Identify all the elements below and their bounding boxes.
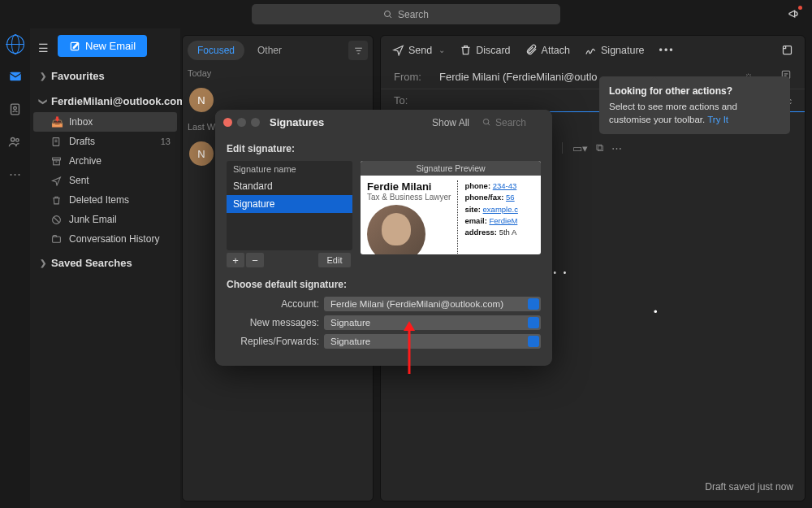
account-header[interactable]: ❯FerdieMilani@outlook.com [30, 87, 180, 112]
sig-item-standard[interactable]: Standard [227, 177, 352, 195]
edit-sig-button[interactable]: Edit [318, 253, 351, 267]
announcements-icon[interactable] [788, 7, 801, 20]
link-icon[interactable]: ⧉ [596, 141, 603, 154]
global-search[interactable]: Search [252, 4, 560, 24]
dialog-search[interactable] [482, 117, 544, 128]
folder-inbox[interactable]: 📥Inbox [33, 112, 177, 132]
new-email-label: New Email [85, 40, 136, 52]
remove-sig-button[interactable]: − [246, 253, 264, 267]
more-actions-button[interactable]: ••• [659, 45, 675, 56]
svg-rect-20 [784, 46, 792, 54]
compose-toolbar: Send⌄ Discard Attach Signature ••• [381, 36, 805, 64]
folder-sent[interactable]: Sent [30, 171, 180, 190]
svg-rect-12 [54, 159, 60, 164]
addressbook-icon[interactable] [6, 100, 24, 118]
account-select[interactable]: Ferdie Milani (FerdieMilani@outlook.com) [324, 297, 541, 311]
sig-item-signature[interactable]: Signature [227, 195, 352, 213]
svg-line-23 [488, 124, 490, 125]
folder-conversation-history[interactable]: Conversation History [30, 229, 180, 249]
svg-point-22 [483, 119, 488, 124]
mail-icon[interactable] [6, 67, 24, 85]
svg-rect-16 [53, 237, 61, 242]
left-rail: ⋯ [0, 28, 30, 508]
show-all-button[interactable]: Show All [432, 117, 469, 128]
choose-default-label: Choose default signature: [227, 279, 541, 290]
new-email-button[interactable]: New Email [58, 35, 147, 57]
min-traffic-light[interactable] [237, 118, 246, 127]
global-topbar: Search [0, 0, 812, 28]
dialog-title: Signatures [270, 116, 324, 128]
image-icon[interactable]: ▭▾ [572, 142, 588, 154]
add-sig-button[interactable]: + [227, 253, 244, 267]
folder-deleted[interactable]: Deleted Items [30, 190, 180, 210]
tab-other[interactable]: Other [248, 41, 292, 60]
folder-junk[interactable]: Junk Email [30, 210, 180, 229]
tab-focused[interactable]: Focused [188, 41, 244, 60]
people-icon[interactable] [6, 132, 24, 150]
search-placeholder: Search [398, 9, 429, 20]
globe-icon[interactable] [6, 35, 24, 53]
popout-icon[interactable] [781, 44, 793, 56]
draft-status: Draft saved just now [705, 481, 793, 493]
tryit-link[interactable]: Try It [707, 115, 728, 124]
more-fmt-icon[interactable]: ⋯ [611, 142, 622, 154]
group-today: Today [188, 68, 368, 78]
signature-button[interactable]: Signature [585, 44, 645, 56]
svg-line-15 [54, 217, 59, 223]
hamburger-icon[interactable]: ☰ [38, 41, 51, 54]
signatures-dialog: Signatures Show All Edit signature: Sign… [215, 110, 552, 366]
svg-point-4 [14, 106, 17, 110]
replies-forwards-select[interactable]: Signature [324, 334, 541, 349]
more-icon[interactable]: ⋯ [6, 165, 24, 183]
attach-button[interactable]: Attach [525, 44, 570, 56]
folder-archive[interactable]: Archive [30, 151, 180, 171]
svg-rect-2 [10, 72, 21, 81]
discard-button[interactable]: Discard [460, 44, 510, 56]
max-traffic-light[interactable] [251, 118, 260, 127]
folder-drafts[interactable]: Drafts13 [30, 132, 180, 151]
edit-sig-label: Edit signature: [227, 143, 541, 154]
sidebar: ☰ New Email ❯Favourites ❯FerdieMilani@ou… [30, 28, 180, 508]
signature-list: Signature name Standard Signature + − Ed… [227, 161, 352, 267]
send-button[interactable]: Send⌄ [392, 44, 445, 56]
signature-preview: Signature Preview Ferdie Milani Tax & Bu… [361, 161, 541, 254]
svg-point-5 [11, 137, 15, 141]
more-actions-tooltip: Looking for other actions? Select to see… [599, 76, 790, 134]
svg-line-1 [389, 15, 391, 18]
filter-icon[interactable] [348, 41, 368, 60]
avatar: N [189, 141, 214, 166]
svg-point-6 [16, 138, 19, 141]
svg-point-0 [384, 11, 390, 16]
favourites-header[interactable]: ❯Favourites [30, 62, 180, 87]
new-messages-select[interactable]: Signature [324, 315, 541, 330]
saved-searches-header[interactable]: ❯Saved Searches [30, 249, 180, 274]
close-traffic-light[interactable] [223, 118, 232, 127]
avatar-image [367, 205, 425, 254]
avatar: N [189, 88, 214, 112]
